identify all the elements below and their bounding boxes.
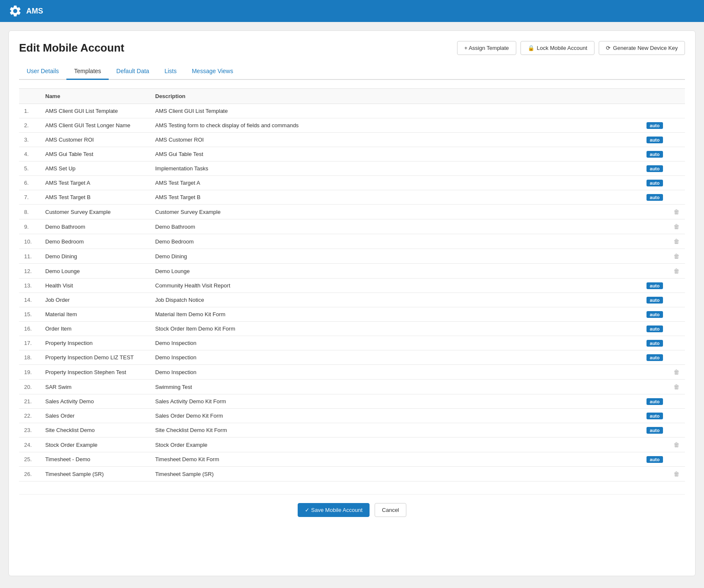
table-row: 17.Property InspectionDemo Inspectionaut…: [19, 336, 685, 350]
cell-auto-badge: auto: [638, 322, 668, 336]
generate-key-label: Generate New Device Key: [613, 45, 678, 51]
cell-template-name: Demo Dining: [40, 249, 150, 264]
cell-delete-action: [668, 350, 685, 365]
table-row: 22.Sales OrderSales Order Demo Kit Forma…: [19, 409, 685, 423]
table-row: 10.Demo BedroomDemo Bedroom🗑: [19, 234, 685, 249]
auto-badge: auto: [646, 151, 663, 158]
table-row: 5.AMS Set UpImplementation Tasksauto: [19, 161, 685, 176]
table-row: 14.Job OrderJob Dispatch Noticeauto: [19, 293, 685, 307]
cell-template-name: Health Visit: [40, 279, 150, 293]
delete-icon[interactable]: 🗑: [674, 268, 679, 274]
tab-message-views[interactable]: Message Views: [184, 63, 241, 80]
delete-icon[interactable]: 🗑: [674, 369, 679, 375]
cell-row-num: 2.: [19, 118, 40, 133]
cell-row-num: 19.: [19, 365, 40, 380]
cell-auto-badge: [638, 365, 668, 380]
delete-icon[interactable]: 🗑: [674, 470, 679, 477]
cell-template-name: Property Inspection: [40, 336, 150, 350]
cell-template-name: Material Item: [40, 307, 150, 322]
cell-delete-action: [668, 279, 685, 293]
cell-delete-action: [668, 307, 685, 322]
table-row: 4.AMS Gui Table TestAMS Gui Table Testau…: [19, 147, 685, 161]
cell-delete-action[interactable]: 🗑: [668, 205, 685, 219]
cell-template-name: Demo Lounge: [40, 264, 150, 279]
auto-badge: auto: [646, 180, 663, 186]
main-content: Edit Mobile Account + Assign Template 🔒 …: [8, 30, 696, 576]
cell-template-name: SAR Swim: [40, 380, 150, 394]
table-row: 6.AMS Test Target AAMS Test Target Aauto: [19, 176, 685, 190]
cell-row-num: 18.: [19, 350, 40, 365]
lock-account-button[interactable]: 🔒 Lock Mobile Account: [520, 41, 594, 55]
cell-delete-action[interactable]: 🗑: [668, 380, 685, 394]
auto-badge: auto: [646, 282, 663, 289]
auto-badge: auto: [646, 311, 663, 318]
assign-template-button[interactable]: + Assign Template: [457, 41, 516, 55]
cell-row-num: 13.: [19, 279, 40, 293]
cell-template-name: Timesheet Sample (SR): [40, 467, 150, 481]
cell-row-num: 6.: [19, 176, 40, 190]
table-row: 20.SAR SwimSwimming Test🗑: [19, 380, 685, 394]
cell-auto-badge: [638, 219, 668, 234]
cell-delete-action: [668, 394, 685, 409]
cell-template-description: AMS Test Target B: [150, 190, 638, 205]
delete-icon[interactable]: 🗑: [674, 253, 679, 260]
app-name: AMS: [26, 7, 43, 16]
auto-badge: auto: [646, 325, 663, 332]
cell-template-description: AMS Test Target A: [150, 176, 638, 190]
cell-template-description: Demo Bathroom: [150, 219, 638, 234]
table-row: 1.AMS Client GUI List TemplateAMS Client…: [19, 104, 685, 118]
cell-delete-action[interactable]: 🗑: [668, 467, 685, 481]
cell-auto-badge: [638, 104, 668, 118]
tab-lists[interactable]: Lists: [157, 63, 184, 80]
save-button[interactable]: ✓ Save Mobile Account: [298, 503, 370, 517]
cell-row-num: 12.: [19, 264, 40, 279]
cell-delete-action[interactable]: 🗑: [668, 365, 685, 380]
auto-badge: auto: [646, 456, 663, 463]
generate-key-button[interactable]: ⟳ Generate New Device Key: [599, 41, 685, 55]
delete-icon[interactable]: 🗑: [674, 208, 679, 215]
tab-templates[interactable]: Templates: [66, 63, 109, 80]
cell-auto-badge: [638, 234, 668, 249]
table-row: 11.Demo DiningDemo Dining🗑: [19, 249, 685, 264]
table-row: 13.Health VisitCommunity Health Visit Re…: [19, 279, 685, 293]
cell-template-description: Sales Order Demo Kit Form: [150, 409, 638, 423]
table-row: 24.Stock Order ExampleStock Order Exampl…: [19, 438, 685, 452]
tabs-container: User Details Templates Default Data List…: [19, 63, 685, 80]
cell-template-description: Demo Lounge: [150, 264, 638, 279]
cell-auto-badge: auto: [638, 293, 668, 307]
delete-icon[interactable]: 🗑: [674, 383, 679, 390]
cell-row-num: 7.: [19, 190, 40, 205]
cell-template-name: Sales Activity Demo: [40, 394, 150, 409]
cell-template-name: Site Checklist Demo: [40, 423, 150, 438]
delete-icon[interactable]: 🗑: [674, 441, 679, 448]
cell-auto-badge: auto: [638, 336, 668, 350]
refresh-icon: ⟳: [606, 45, 611, 51]
delete-icon[interactable]: 🗑: [674, 223, 679, 230]
cell-delete-action[interactable]: 🗑: [668, 438, 685, 452]
col-header-num: [19, 89, 40, 104]
form-footer: ✓ Save Mobile Account Cancel: [19, 494, 685, 517]
table-row: 18.Property Inspection Demo LIZ TESTDemo…: [19, 350, 685, 365]
cell-delete-action: [668, 336, 685, 350]
tab-default-data[interactable]: Default Data: [109, 63, 157, 80]
cell-template-description: AMS Client GUI List Template: [150, 104, 638, 118]
cell-auto-badge: [638, 467, 668, 481]
cell-delete-action: [668, 176, 685, 190]
auto-badge: auto: [646, 297, 663, 304]
cell-template-description: Material Item Demo Kit Form: [150, 307, 638, 322]
cell-delete-action[interactable]: 🗑: [668, 219, 685, 234]
cancel-button[interactable]: Cancel: [375, 503, 406, 517]
cell-row-num: 14.: [19, 293, 40, 307]
templates-table: Name Description 1.AMS Client GUI List T…: [19, 88, 685, 481]
cell-delete-action[interactable]: 🗑: [668, 234, 685, 249]
cell-delete-action[interactable]: 🗑: [668, 264, 685, 279]
lock-icon: 🔒: [528, 45, 534, 51]
tab-user-details[interactable]: User Details: [19, 63, 66, 80]
cell-row-num: 20.: [19, 380, 40, 394]
cell-row-num: 1.: [19, 104, 40, 118]
cell-delete-action[interactable]: 🗑: [668, 249, 685, 264]
table-row: 7.AMS Test Target BAMS Test Target Bauto: [19, 190, 685, 205]
cell-template-name: Timesheet - Demo: [40, 452, 150, 467]
delete-icon[interactable]: 🗑: [674, 238, 679, 245]
cell-delete-action: [668, 147, 685, 161]
